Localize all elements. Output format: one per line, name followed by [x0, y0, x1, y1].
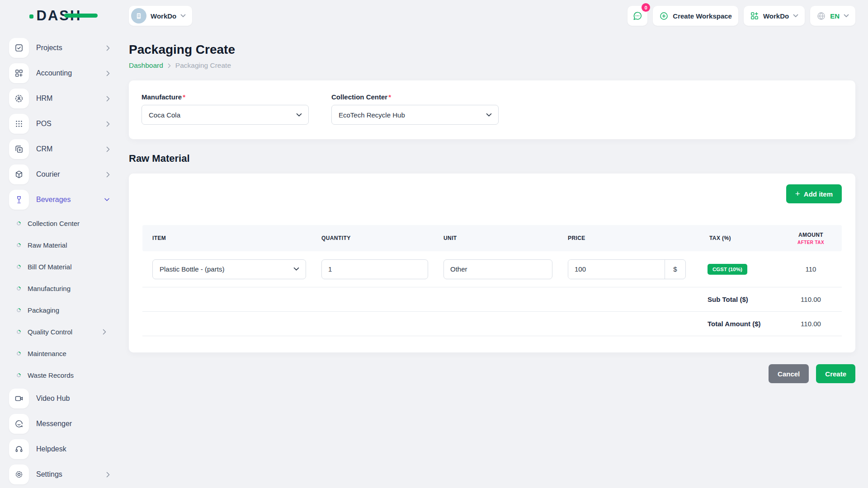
checkbox-icon	[14, 43, 24, 52]
subtotal-row: Sub Total ($) 110.00	[142, 287, 842, 312]
create-workspace-label: Create Workspace	[673, 12, 732, 20]
messages-count-badge: 0	[642, 3, 650, 12]
sidebar-item-beverages[interactable]: Beverages	[9, 187, 110, 212]
sidebar-subitem-raw-material[interactable]: Raw Material	[9, 234, 110, 256]
logo-dot-icon	[29, 14, 33, 19]
create-button[interactable]: Create	[816, 364, 855, 383]
total-amount-value: 110.00	[780, 320, 842, 328]
bullet-icon	[16, 372, 22, 378]
unit-input[interactable]	[443, 259, 552, 279]
sidebar-item-helpdesk[interactable]: Helpdesk	[9, 436, 110, 462]
plus-circle-icon	[659, 11, 669, 21]
price-input[interactable]	[568, 260, 665, 279]
bullet-icon	[16, 307, 22, 313]
packaging-form-card: Manufacture* Coca Cola Collection Center…	[129, 80, 855, 139]
sidebar-subitem-bill-of-material[interactable]: Bill Of Material	[9, 256, 110, 277]
sidebar-subitem-maintenance[interactable]: Maintenance	[9, 343, 110, 364]
bullet-icon	[16, 221, 22, 226]
price-input-group: $	[568, 259, 686, 279]
col-header-item: ITEM	[142, 235, 314, 241]
sidebar-item-accounting[interactable]: Accounting	[9, 61, 110, 86]
chevron-right-icon	[168, 63, 171, 68]
gear-icon	[14, 470, 24, 479]
chevron-down-icon	[180, 14, 186, 18]
topbar: DASH WorkDo 0	[0, 0, 868, 32]
sidebar-item-crm[interactable]: CRM	[9, 136, 110, 162]
sidebar-item-video-hub[interactable]: Video Hub	[9, 386, 110, 411]
package-icon	[14, 170, 24, 179]
bullet-icon	[16, 329, 22, 335]
messages-button[interactable]: 0	[627, 6, 647, 26]
quantity-input[interactable]	[321, 259, 428, 279]
sidebar-subitem-quality-control[interactable]: Quality Control	[9, 321, 110, 343]
headset-icon	[14, 445, 24, 454]
subtotal-value: 110.00	[780, 296, 842, 303]
chevron-down-icon	[293, 267, 299, 271]
grid-plus-icon	[750, 11, 759, 20]
table-row: Plastic Bottle - (parts) $ CGST (10%) 11…	[142, 251, 842, 287]
sidebar-subitem-waste-records[interactable]: Waste Records	[9, 364, 110, 386]
currency-addon: $	[665, 260, 685, 279]
sidebar: Projects Accounting HRM POS CRM Courier …	[0, 32, 115, 488]
sidebar-item-hrm[interactable]: HRM	[9, 86, 110, 111]
total-amount-row: Total Amount ($) 110.00	[142, 312, 842, 336]
table-header-row: ITEM QUANTITY UNIT PRICE TAX (%) AMOUNT …	[142, 225, 842, 251]
chevron-right-icon	[106, 70, 110, 76]
bullet-icon	[16, 286, 22, 291]
sidebar-subitem-collection-center[interactable]: Collection Center	[9, 212, 110, 234]
manufacture-label: Manufacture*	[142, 93, 309, 101]
chat-bubble-icon	[14, 419, 24, 428]
manufacture-select[interactable]: Coca Cola	[142, 105, 309, 125]
create-workspace-button[interactable]: Create Workspace	[653, 6, 738, 26]
person-dashed-circle-icon	[14, 94, 24, 103]
logo-dash-icon	[64, 14, 98, 18]
breadcrumb-dashboard-link[interactable]: Dashboard	[129, 61, 163, 70]
sidebar-subitem-packaging[interactable]: Packaging	[9, 299, 110, 321]
required-asterisk: *	[183, 93, 185, 101]
cancel-button[interactable]: Cancel	[769, 364, 809, 383]
chevron-down-icon	[844, 14, 849, 18]
workspace-selector[interactable]: WorkDo	[129, 6, 192, 26]
globe-icon	[816, 11, 826, 21]
chevron-right-icon	[106, 45, 110, 51]
raw-material-heading: Raw Material	[129, 153, 855, 164]
wine-glass-icon	[14, 195, 24, 204]
page-title: Packaging Create	[129, 42, 855, 57]
amount-after-tax-value: 110	[780, 265, 842, 273]
sidebar-subitem-manufacturing[interactable]: Manufacturing	[9, 277, 110, 299]
workspace-label: WorkDo	[151, 12, 176, 20]
col-header-unit: UNIT	[436, 235, 561, 241]
chevron-down-icon	[104, 198, 110, 202]
chevron-down-icon	[296, 113, 302, 117]
col-header-amount: AMOUNT AFTER TAX	[780, 232, 842, 245]
subtotal-label: Sub Total ($)	[694, 296, 780, 303]
copy-plus-icon	[14, 145, 24, 154]
main-content: Packaging Create Dashboard Packaging Cre…	[129, 32, 855, 488]
required-asterisk: *	[388, 93, 391, 101]
building-icon	[134, 11, 143, 20]
collection-center-select[interactable]: EcoTech Recycle Hub	[331, 105, 499, 125]
breadcrumb: Dashboard Packaging Create	[129, 61, 855, 70]
dash-logo[interactable]: DASH	[34, 8, 82, 24]
workspace-avatar	[131, 8, 146, 23]
language-selector[interactable]: EN	[810, 6, 855, 26]
sidebar-item-projects[interactable]: Projects	[9, 35, 110, 61]
dots-grid-icon	[14, 119, 24, 128]
chevron-right-icon	[106, 472, 110, 478]
apps-menu-button[interactable]: WorkDo	[744, 6, 805, 26]
sidebar-item-messenger[interactable]: Messenger	[9, 411, 110, 436]
item-select[interactable]: Plastic Bottle - (parts)	[152, 259, 306, 279]
chevron-down-icon	[793, 14, 798, 18]
chevron-right-icon	[106, 121, 110, 127]
col-header-quantity: QUANTITY	[314, 235, 436, 241]
tax-badge: CGST (10%)	[708, 264, 747, 275]
add-item-button[interactable]: + Add item	[786, 184, 842, 203]
sidebar-item-settings[interactable]: Settings	[9, 462, 110, 487]
chevron-right-icon	[103, 329, 106, 335]
chevron-down-icon	[486, 113, 492, 117]
sidebar-item-courier[interactable]: Courier	[9, 162, 110, 187]
bullet-icon	[16, 351, 22, 357]
sidebar-item-pos[interactable]: POS	[9, 111, 110, 136]
grid-plus-icon	[14, 69, 24, 78]
total-amount-label: Total Amount ($)	[694, 320, 780, 328]
